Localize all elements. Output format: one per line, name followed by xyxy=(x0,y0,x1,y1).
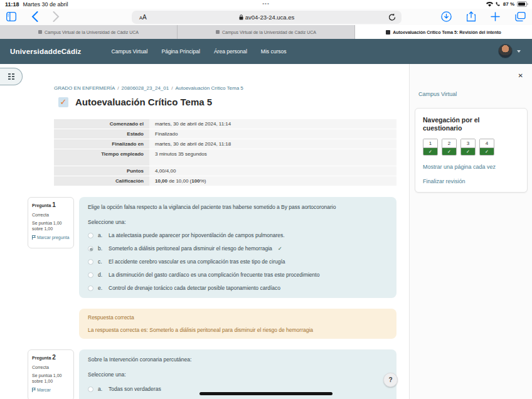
breadcrumb-separator: / xyxy=(117,85,119,91)
summary-label: Tiempo empleado xyxy=(54,149,149,166)
answer-prompt: Seleccione una: xyxy=(88,219,388,225)
option-letter: e. xyxy=(98,285,104,291)
downloads-button[interactable] xyxy=(441,11,452,22)
summary-label: Estado xyxy=(54,129,149,139)
tab-autoevaluacion-active[interactable]: Autoevaluación Crítico Tema 5: Revisión … xyxy=(355,25,532,39)
status-bar: 11:18 Martes 30 de abril ••• 87 % xyxy=(0,0,532,9)
option-a[interactable]: a. La atelectasia puede aparecer por hip… xyxy=(88,232,388,238)
share-button[interactable] xyxy=(467,11,476,22)
option-text: El accidente cerebro vascular es una com… xyxy=(109,258,285,265)
tab-title: Autoevaluación Crítico Tema 5: Revisión … xyxy=(393,30,501,35)
radio-button[interactable] xyxy=(88,259,93,265)
table-row: Calificación 10,00 de 10,00 (100%) xyxy=(54,176,396,186)
question-nav-number: 1 xyxy=(423,139,437,148)
quiz-icon: ✓ xyxy=(58,97,68,107)
summary-label: Calificación xyxy=(54,176,149,186)
browser-toolbar: AA av04-23-24.uca.es xyxy=(0,9,532,25)
help-button[interactable]: ? xyxy=(383,373,398,387)
flag-label: Marcar pregunta xyxy=(37,235,69,240)
option-text: Todas son verdaderas xyxy=(109,386,161,392)
question-nav-number: 2 xyxy=(442,139,456,148)
flag-question-link[interactable]: Marcar pregunta xyxy=(32,235,70,241)
option-e[interactable]: e. Control de drenaje torácico cada dete… xyxy=(88,285,388,291)
lock-icon xyxy=(239,14,243,20)
new-tab-button[interactable] xyxy=(491,12,500,21)
address-bar[interactable]: AA av04-23-24.uca.es xyxy=(132,11,402,24)
table-row: Tiempo empleado 3 minutos 35 segundos xyxy=(54,149,396,166)
summary-label: Puntos xyxy=(54,166,149,176)
battery-icon xyxy=(517,1,528,7)
forward-button[interactable] xyxy=(53,11,60,22)
question-nav-button-2[interactable]: 2 xyxy=(442,139,457,156)
question-nav-button-1[interactable]: 1 xyxy=(423,139,438,156)
summary-label: Comenzado el xyxy=(54,119,149,129)
question-nav-button-4[interactable]: 4 xyxy=(479,139,494,156)
question-1-feedback: Respuesta correcta La respuesta correcta… xyxy=(79,309,396,339)
uca-logo[interactable]: UniversidaddeCádiz xyxy=(10,48,82,55)
question-nav-number: 3 xyxy=(461,139,475,148)
nav-item-pagina-principal[interactable]: Página Principal xyxy=(161,48,200,55)
avatar[interactable] xyxy=(498,44,513,58)
course-index-drawer-toggle[interactable] xyxy=(0,68,23,85)
sidebar-toggle-icon[interactable] xyxy=(6,12,16,21)
radio-button[interactable] xyxy=(88,272,93,278)
feedback-title: Respuesta correcta xyxy=(88,314,388,321)
tab-title: Campus Virtual de la Universidad de Cádi… xyxy=(45,30,139,35)
tab-favicon xyxy=(386,30,390,35)
radio-button[interactable] xyxy=(88,285,93,291)
summary-label: Finalizado en xyxy=(54,139,149,149)
option-b-selected[interactable]: b. Someterlo a diálisis peritoneal para … xyxy=(88,245,388,252)
radio-button-selected[interactable] xyxy=(88,246,93,252)
campus-virtual-link[interactable]: Campus Virtual xyxy=(418,91,457,97)
back-button[interactable] xyxy=(31,11,38,22)
nav-item-area-personal[interactable]: Área personal xyxy=(214,48,247,55)
home-indicator[interactable] xyxy=(200,392,332,395)
tab-campus-virtual-2[interactable]: Campus Virtual de la Universidad de Cádi… xyxy=(178,25,355,39)
breadcrumb-quiz[interactable]: Autoevaluación Crítico Tema 5 xyxy=(175,85,243,91)
tab-campus-virtual-1[interactable]: Campus Virtual de la Universidad de Cádi… xyxy=(0,25,178,39)
breadcrumb: GRADO EN ENFERMERÍA/20806028_23_24_01/Au… xyxy=(54,85,243,91)
flag-label: Marcar xyxy=(37,388,51,392)
user-menu[interactable] xyxy=(498,44,521,58)
tab-title: Campus Virtual de la Universidad de Cádi… xyxy=(222,30,316,35)
grid-icon xyxy=(8,73,14,80)
table-row: Comenzado el martes, 30 de abril de 2024… xyxy=(54,119,396,129)
battery-percent: 87 % xyxy=(503,1,514,7)
nav-item-campus-virtual[interactable]: Campus Virtual xyxy=(112,48,148,55)
option-c[interactable]: c. El accidente cerebro vascular es una … xyxy=(88,258,388,265)
close-icon[interactable]: ✕ xyxy=(518,73,523,79)
summary-value: 3 minutos 35 segundos xyxy=(149,149,396,166)
correct-check-icon: ✓ xyxy=(278,245,282,252)
page-title: Autoevaluación Crítico Tema 5 xyxy=(75,97,212,107)
show-one-page-link[interactable]: Mostrar una página cada vez xyxy=(423,164,519,170)
reader-text-size-button[interactable]: AA xyxy=(139,14,147,21)
option-text: La disminución del gasto cardíaco es una… xyxy=(109,272,319,278)
summary-grade-value: 10,00 de 10,00 (100%) xyxy=(149,176,396,186)
reload-button[interactable] xyxy=(388,13,396,21)
status-menu-dots-icon: ••• xyxy=(262,1,269,6)
option-a[interactable]: a. Todas son verdaderas xyxy=(88,386,388,392)
status-date: Martes 30 de abril xyxy=(23,1,68,8)
option-d[interactable]: d. La disminución del gasto cardíaco es … xyxy=(88,272,388,278)
breadcrumb-degree[interactable]: GRADO EN ENFERMERÍA xyxy=(54,85,115,91)
radio-button[interactable] xyxy=(88,386,93,392)
question-number: Pregunta 1 xyxy=(32,201,70,210)
radio-button[interactable] xyxy=(88,233,93,238)
flag-question-link[interactable]: Marcar xyxy=(32,388,70,393)
attempt-summary-table: Comenzado el martes, 30 de abril de 2024… xyxy=(54,119,396,186)
nav-item-mis-cursos[interactable]: Mis cursos xyxy=(261,48,287,55)
question-1-info: Pregunta 1 Correcta Se puntúa 1,00 sobre… xyxy=(28,197,74,248)
question-nav-button-3[interactable]: 3 xyxy=(460,139,476,156)
quiz-navigation-card: Navegación por el cuestionario 1 2 3 4 xyxy=(415,108,528,193)
breadcrumb-course[interactable]: 20806028_23_24_01 xyxy=(122,85,169,91)
option-letter: c. xyxy=(98,258,104,265)
option-letter: b. xyxy=(98,245,104,252)
wifi-icon xyxy=(486,2,493,7)
question-1-body: Elige la opción falsa respecto a la vigi… xyxy=(79,197,396,298)
quiz-navigation-panel: ✕ Campus Virtual Navegación por el cuest… xyxy=(409,64,532,399)
tabs-overview-button[interactable] xyxy=(515,12,526,21)
summary-value: Finalizado xyxy=(149,129,396,139)
question-correct-check-icon xyxy=(461,148,475,155)
finish-review-link[interactable]: Finalizar revisión xyxy=(423,178,519,184)
question-number: Pregunta 2 xyxy=(32,354,70,362)
